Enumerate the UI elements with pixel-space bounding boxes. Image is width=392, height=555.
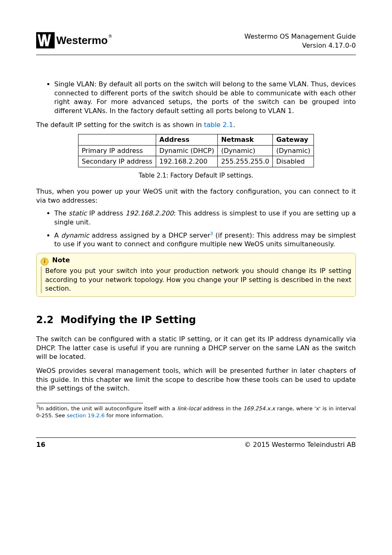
ip-settings-table: Address Netmask Gateway Primary IP addre… [78,134,314,167]
link-section-19-2-6[interactable]: section 19.2.6 [67,412,104,419]
logo-text: Westermo [56,34,108,47]
bullet-static-ip: The static IP address 192.168.2.200: Thi… [54,209,356,227]
cell: Dynamic (DHCP) [156,145,217,156]
doc-title: Westermo OS Management Guide [244,32,356,41]
text: IP address [87,209,125,217]
para-weos-tools: WeOS provides several management tools, … [36,366,356,393]
text: address assigned by a DHCP server [89,231,210,239]
para-default-ip: The default IP setting for the switch is… [36,120,356,130]
cell: 255.255.255.0 [218,156,273,167]
cell: (Dynamic) [218,145,273,156]
note-callout: i Note Before you put your switch into y… [36,253,356,297]
footnote-ref-3[interactable]: 3 [210,231,213,236]
cell: Primary IP address [78,145,156,156]
note-body: Before you put your switch into your pro… [41,266,351,293]
table-header-row: Address Netmask Gateway [78,134,314,146]
table-row: Secondary IP address 192.168.2.200 255.2… [78,156,314,167]
text: The default IP setting for the switch is… [36,121,204,129]
text: The [54,209,69,217]
page-number: 16 [36,440,45,449]
section-heading: 2.2 Modifying the IP Setting [36,313,356,326]
header-rule [36,55,356,55]
cell: 192.168.2.200 [156,156,217,167]
text: dynamic [61,231,89,239]
registered-icon: ® [108,34,112,39]
th-gateway: Gateway [273,134,314,146]
text: 192.168.2.200 [125,209,173,217]
doc-version: Version 4.17.0-0 [244,41,356,50]
table-row: Primary IP address Dynamic (DHCP) (Dynam… [78,145,314,156]
text: for more information. [105,412,164,419]
cell: Disabled [273,156,314,167]
westermo-w-icon [36,32,55,49]
text: static [69,209,87,217]
doc-title-block: Westermo OS Management Guide Version 4.1… [244,32,356,50]
text: 169.254.x.x [243,405,275,412]
para-thus: Thus, when you power up your WeOS unit w… [36,187,356,205]
cell: Secondary IP address [78,156,156,167]
bullet-single-vlan: Single VLAN: By default all ports on the… [54,80,356,115]
info-icon: i [41,258,48,266]
text: A [54,231,61,239]
th-blank [78,134,156,146]
text: In addition, the unit will autoconfigure… [39,405,177,412]
link-table-2-1[interactable]: table 2.1 [204,121,233,129]
text: . [233,121,235,129]
cell: (Dynamic) [273,145,314,156]
copyright: © 2015 Westermo Teleindustri AB [244,440,356,449]
footer-rule [36,437,356,438]
para-configured: The switch can be configured with a stat… [36,335,356,361]
text: address in the [201,405,243,412]
footnote-3: 3In addition, the unit will autoconfigur… [36,404,356,419]
section-number: 2.2 [36,314,54,326]
table-caption: Table 2.1: Factory Default IP settings. [36,171,356,180]
th-netmask: Netmask [218,134,273,146]
section-title: Modifying the IP Setting [60,314,196,326]
bullet-dynamic-ip: A dynamic address assigned by a DHCP ser… [54,231,356,249]
page-footer: 16 © 2015 Westermo Teleindustri AB [36,440,356,449]
text: link-local [177,405,201,412]
note-title: Note [52,256,70,264]
brand-logo: Westermo® [36,32,112,49]
footnote-rule [36,403,143,403]
th-address: Address [156,134,217,146]
